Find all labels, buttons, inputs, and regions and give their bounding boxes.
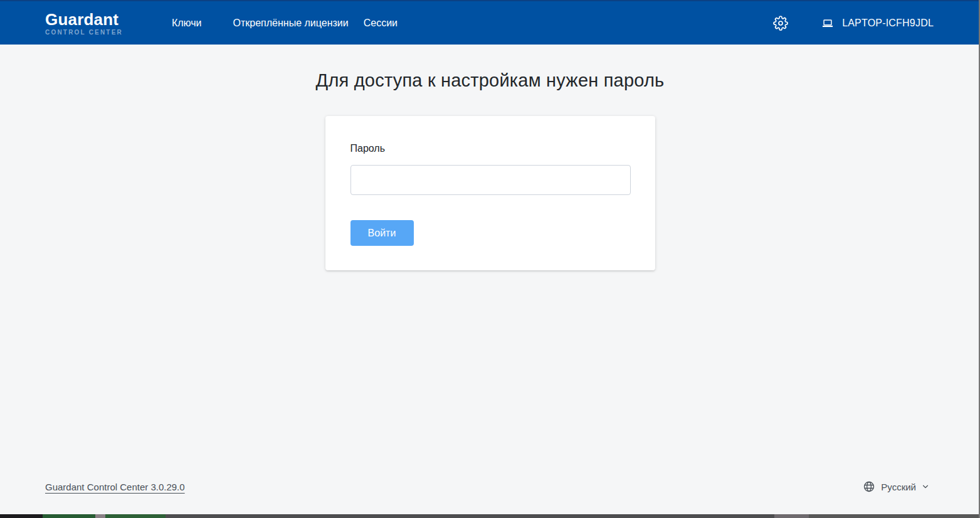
- laptop-icon: [821, 16, 835, 30]
- version-link[interactable]: Guardant Control Center 3.0.29.0: [45, 482, 185, 492]
- taskbar-segment: [774, 514, 809, 518]
- login-button[interactable]: Войти: [350, 220, 414, 246]
- password-label: Пароль: [350, 143, 630, 154]
- nav-item-keys[interactable]: Ключи: [172, 18, 202, 29]
- host-chip: LAPTOP-ICFH9JDL: [821, 16, 934, 30]
- logo-title: Guardant: [45, 11, 123, 28]
- gear-icon: [773, 16, 788, 31]
- password-input[interactable]: [350, 165, 631, 195]
- taskbar-edge: [0, 514, 980, 518]
- taskbar-segment: [105, 514, 166, 518]
- language-label: Русский: [881, 482, 916, 492]
- chevron-down-icon: [921, 482, 930, 491]
- logo-subtitle: CONTROL CENTER: [45, 29, 123, 36]
- taskbar-segment: [0, 514, 43, 518]
- language-selector[interactable]: Русский: [863, 480, 930, 493]
- password-card: Пароль Войти: [325, 116, 655, 270]
- footer: Guardant Control Center 3.0.29.0 Русский: [45, 478, 930, 495]
- page-title: Для доступа к настройкам нужен пароль: [0, 70, 980, 91]
- app-logo[interactable]: Guardant CONTROL CENTER: [45, 11, 123, 36]
- app-header: Guardant CONTROL CENTER Ключи Откреплённ…: [0, 0, 980, 45]
- taskbar-segment: [809, 514, 980, 518]
- nav-item-detached-licenses[interactable]: Откреплённые лицензии: [233, 18, 349, 29]
- nav-item-sessions[interactable]: Сессии: [364, 18, 398, 29]
- main-content: Для доступа к настройкам нужен пароль Па…: [0, 45, 980, 270]
- taskbar-segment: [43, 514, 95, 518]
- globe-icon: [863, 480, 875, 493]
- main-nav: Ключи Откреплённые лицензии Сессии: [172, 18, 398, 29]
- header-right: LAPTOP-ICFH9JDL: [773, 16, 934, 31]
- taskbar-segment: [95, 514, 105, 518]
- settings-button[interactable]: [773, 16, 788, 31]
- host-name: LAPTOP-ICFH9JDL: [842, 18, 934, 29]
